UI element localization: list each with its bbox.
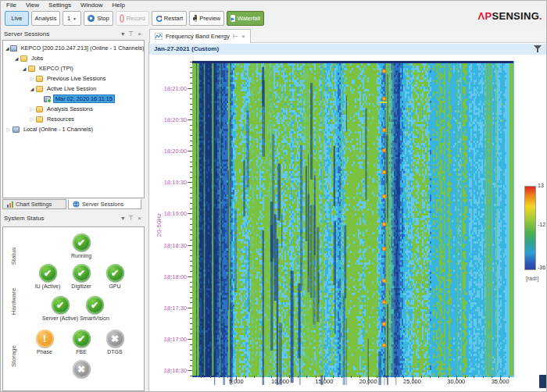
analysis-button[interactable]: Analysis [31,11,60,26]
close-icon[interactable]: × [138,30,141,37]
x-axis-tick-label: 30,000 [441,378,472,385]
panel-menu-icon[interactable]: ▾ [121,215,124,222]
waterfall-button[interactable]: ▶ Waterfall [227,11,264,26]
tab-close-icon[interactable]: × [241,33,245,40]
waterfall-button-label: Waterfall [238,15,260,22]
filter-icon[interactable] [534,45,542,55]
preview-button-label: Preview [199,15,220,22]
system-status-title-label: System Status [4,215,45,222]
panel-menu-icon[interactable]: ▾ [121,30,124,37]
y-axis-tick-label: 18:17:00 [156,336,187,343]
tree-item[interactable]: ◢KEPCO (TPI) [3,63,144,73]
tab-frequency-band-energy[interactable]: Frequency Band Energy ⊢ × [149,29,251,43]
y-axis-tick-label: 18:19:00 [156,210,187,217]
stop-button[interactable]: Stop [84,11,113,26]
tree-item[interactable]: ▷Analysis Sessions [3,104,144,114]
group-label-status: Status [10,233,18,280]
waterfall-chart-icon [155,33,163,40]
channel-select[interactable]: 1 ▼ [63,11,81,26]
waterfall-date-label: Jan-27-2021 (Custom) [154,45,219,52]
status-label: SmartVision [71,315,118,321]
expander-icon[interactable]: ◢ [13,55,20,61]
server-icon [13,127,20,133]
folder-icon [36,86,43,92]
menu-help[interactable]: Help [112,2,124,11]
waterfall-play-icon: ▶ [231,15,235,22]
tree-item[interactable]: ▷Previous Live Sessions [3,73,144,84]
check-icon: ✔ [52,296,70,314]
check-icon: ✔ [106,264,124,282]
group-label-hardware: Hardware [10,278,18,325]
check-icon: ✔ [39,264,57,282]
tree-item[interactable]: Mar 02, 2020 16:11:15 [3,94,144,104]
y-axis-tick-label: 18:18:30 [156,242,187,249]
y-axis-tick-label: 18:19:30 [156,179,187,186]
expander-icon[interactable]: ▷ [29,116,35,123]
colorbar-max-label: 13 [538,183,544,188]
record-button-label: Record [127,15,145,22]
tree-item[interactable]: ◢Active Live Session [3,84,144,94]
menu-settings[interactable]: Settings [48,2,71,11]
pin-icon[interactable]: ⊤ [128,215,134,222]
check-icon: ✔ [86,296,104,314]
y-axis-tick-label: 18:21:00 [156,85,187,92]
tab-server-sessions[interactable]: Server Sessions [68,199,141,209]
tree-item[interactable]: ▷Resources [3,114,144,124]
x-axis-tick-label: 10,000 [265,378,296,385]
y-axis-tick-label: 18:16:30 [156,367,187,374]
apsensing-logo: ΛPSENSING. [478,10,543,22]
restart-button-label: Restart [164,15,183,22]
document-tab-strip: Frequency Band Energy ⊢ × [148,29,547,43]
expander-icon[interactable]: ◢ [21,66,27,71]
menu-file[interactable]: File [6,2,16,11]
tree-item[interactable]: ◢Jobs [3,53,144,63]
tree-item-label: Local (Online - 1 Channels) [22,126,95,133]
printer-icon [193,15,197,22]
menu-view[interactable]: View [26,2,39,11]
record-icon [120,14,124,23]
expander-icon[interactable]: ▷ [5,127,12,133]
tab-pin-icon[interactable]: ⊢ [233,33,238,40]
logo-sensing: SENSING [492,10,539,22]
status-extra: ✖ [58,360,105,380]
folder-icon [36,76,43,82]
restart-button[interactable]: Restart [152,11,187,26]
tree-item[interactable]: ◢KEPCO [200.210.247.213] (Online - 1 Cha… [3,43,144,53]
server-sessions-title-label: Server Sessions [4,30,49,37]
warning-icon: ! [36,330,54,347]
channel-value: 1 [67,15,70,22]
restart-icon [156,15,162,23]
expander-icon[interactable]: ◢ [5,45,9,51]
expander-icon[interactable]: ▷ [29,76,35,82]
logo-ap: ΛP [478,10,492,22]
menu-bar: FileViewSettingsWindowHelp [1,1,547,11]
tree-item-label: Active Live Session [45,85,98,92]
close-icon[interactable]: × [138,215,141,222]
x-axis-tick-label: 20,000 [352,378,384,385]
record-button[interactable]: Record [116,11,149,26]
colorbar-unit-label: [rad²] [526,276,538,281]
y-axis-tick-label: 18:18:00 [156,273,187,280]
live-button[interactable]: Live [5,11,29,26]
stop-button-label: Stop [97,15,109,22]
menu-window[interactable]: Window [80,2,102,11]
x-axis-tick-label: 35,000 [484,378,516,385]
colorbar-mid-label: -12 [538,222,545,227]
server-sessions-tree: ◢KEPCO [200.210.247.213] (Online - 1 Cha… [2,40,145,198]
tab-chart-settings-label: Chart Settings [16,201,52,208]
preview-button[interactable]: Preview [189,11,224,26]
session-icon [44,96,51,102]
waterfall-heatmap[interactable] [183,59,515,385]
pin-icon[interactable]: ⊤ [128,30,134,37]
expander-icon[interactable]: ▷ [29,106,35,112]
tree-item-label: Jobs [30,55,45,62]
tab-chart-settings[interactable]: Chart Settings [2,199,66,209]
tree-item-label: Previous Live Sessions [45,75,107,82]
analysis-button-label: Analysis [35,15,57,22]
check-icon: ✔ [73,233,91,251]
expander-icon[interactable]: ◢ [29,86,35,91]
system-status-panel-title: System Status ▾ ⊤ × [1,213,146,224]
check-icon: ✔ [73,264,91,282]
tree-item-label: KEPCO [200.210.247.213] (Online - 1 Chan… [20,45,145,52]
tree-item[interactable]: ▷Local (Online - 1 Channels) [3,124,144,134]
